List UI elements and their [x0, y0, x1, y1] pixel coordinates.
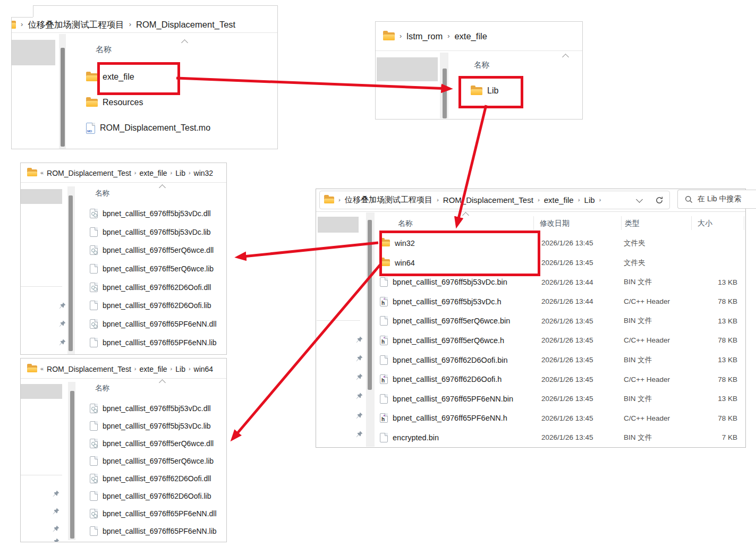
address-dropdown-button[interactable]	[634, 195, 644, 205]
file-name: bpnet_calllist_6976ff62D6Oofi.dll	[103, 283, 211, 292]
nav-pane-selected-item[interactable]	[318, 217, 359, 233]
breadcrumb-item[interactable]: exte_file	[454, 31, 487, 41]
file-name: bpnet_calllist_6976ff5bj53vDc.dll	[103, 209, 211, 218]
breadcrumb-item[interactable]: ROM_Displacement_Test	[47, 365, 131, 373]
breadcrumb-item[interactable]: Lib	[175, 169, 185, 177]
file-name: bpnet_calllist_6976ff65PF6eNN.dll	[103, 320, 217, 328]
sort-ascending-icon[interactable]	[159, 379, 166, 386]
column-header-name[interactable]: 名称	[95, 189, 109, 198]
explorer-window-lib-details: ›位移叠加场测试工程项目›ROM_Displacement_Test›exte_…	[316, 189, 746, 448]
breadcrumb-item[interactable]: exte_file	[139, 169, 167, 177]
file-date: 2026/1/26 13:45	[541, 317, 593, 325]
file-size: 13 KB	[693, 278, 737, 286]
search-box[interactable]: 在 Lib 中搜索	[677, 190, 756, 209]
breadcrumb-item[interactable]: 位移叠加场测试工程项目	[345, 195, 432, 205]
file-row[interactable]: bpnet_calllist_6976ff5bj53vDc.lib	[90, 223, 223, 241]
file-size: 78 KB	[693, 336, 737, 344]
nav-pane-divider	[317, 320, 360, 321]
search-icon	[685, 195, 693, 203]
breadcrumb-separator: ›	[129, 20, 131, 28]
file-name: bpnet_calllist_6976ff65PF6eNN.lib	[103, 527, 217, 535]
file-row[interactable]: bpnet_calllist_6976ff5erQ6wce.bin2026/1/…	[380, 311, 746, 331]
column-header-size[interactable]: 大小	[698, 219, 712, 228]
file-date: 2026/1/26 13:45	[541, 239, 593, 247]
folder-icon	[324, 196, 334, 204]
file-row[interactable]: MOROM_Displacement_Test.mo	[86, 115, 272, 141]
dll-file-icon	[90, 404, 98, 413]
file-row[interactable]: bpnet_calllist_6976ff5erQ6wce.dll	[90, 435, 223, 453]
breadcrumb-item[interactable]: ROM_Displacement_Test	[136, 20, 235, 30]
folder-icon	[27, 365, 37, 373]
file-row[interactable]: bpnet_calllist_6976ff62D6Oofi.lib	[90, 488, 223, 505]
column-header-type[interactable]: 类型	[625, 219, 640, 228]
column-header-name[interactable]: 名称	[474, 60, 489, 70]
file-row[interactable]: bpnet_calllist_6976ff62D6Oofi.lib	[90, 296, 223, 315]
nav-pane-selected-item[interactable]	[12, 40, 55, 65]
column-header-name[interactable]: 名称	[96, 45, 112, 55]
nav-pane-selected-item[interactable]	[377, 57, 438, 81]
pin-icon	[53, 507, 60, 514]
nav-pane-divider	[21, 475, 62, 475]
file-row[interactable]: bpnet_calllist_6976ff65PF6eNN.lib	[90, 523, 223, 540]
file-row[interactable]: bpnet_calllist_6976ff5erQ6wce.lib	[90, 260, 223, 278]
breadcrumb-item[interactable]: exte_file	[544, 195, 574, 204]
file-row[interactable]: bpnet_calllist_6976ff65PF6eNN.bin2026/1/…	[380, 389, 746, 408]
file-row[interactable]: hbpnet_calllist_6976ff62D6Oofi.h2026/1/2…	[380, 370, 746, 389]
scrollbar-thumb[interactable]	[443, 69, 447, 118]
file-type: BIN 文件	[624, 394, 652, 404]
sort-ascending-icon[interactable]	[562, 54, 569, 61]
refresh-button[interactable]	[655, 195, 664, 205]
lib-file-icon	[90, 301, 98, 310]
file-row[interactable]: hbpnet_calllist_6976ff65PF6eNN.h2026/1/2…	[380, 408, 746, 428]
breadcrumb-item[interactable]: ROM_Displacement_Test	[443, 195, 533, 204]
file-date: 2026/1/26 13:45	[541, 395, 593, 403]
file-size: 78 KB	[693, 414, 737, 422]
nav-pane-selected-item[interactable]	[21, 384, 62, 399]
breadcrumb-item[interactable]: Lib	[175, 365, 185, 373]
file-row[interactable]: hbpnet_calllist_6976ff5bj53vDc.h2026/1/2…	[380, 292, 746, 311]
column-header-name[interactable]: 名称	[398, 219, 413, 228]
file-row[interactable]: bpnet_calllist_6976ff62D6Oofi.bin2026/1/…	[380, 350, 746, 370]
annotation-box-exte-file	[97, 62, 180, 95]
file-row[interactable]: bpnet_calllist_6976ff65PF6eNN.lib	[90, 333, 223, 352]
column-header-date[interactable]: 修改日期	[540, 219, 570, 228]
file-name: bpnet_calllist_6976ff5erQ6wce.dll	[103, 246, 214, 254]
scrollbar-thumb[interactable]	[61, 48, 65, 147]
file-type: BIN 文件	[624, 277, 652, 287]
file-row[interactable]: hbpnet_calllist_6976ff5erQ6wce.h2026/1/2…	[380, 331, 746, 351]
scrollbar-thumb[interactable]	[70, 391, 74, 539]
breadcrumb-item[interactable]: 位移叠加场测试工程项目	[28, 19, 124, 31]
sort-ascending-icon[interactable]	[462, 212, 469, 219]
breadcrumb-item[interactable]: exte_file	[139, 365, 167, 373]
column-header-name[interactable]: 名称	[95, 383, 109, 393]
file-name: bpnet_calllist_6976ff5erQ6wce.dll	[103, 439, 214, 448]
file-date: 2026/1/26 13:45	[541, 336, 593, 344]
nav-pane-selected-item[interactable]	[21, 189, 62, 204]
file-row[interactable]: bpnet_calllist_6976ff5erQ6wce.lib	[90, 453, 223, 470]
file-row[interactable]: bpnet_calllist_6976ff62D6Oofi.dll	[90, 278, 223, 296]
file-row[interactable]: bpnet_calllist_6976ff5bj53vDc.dll	[90, 204, 223, 223]
scrollbar-thumb[interactable]	[69, 195, 73, 351]
folder-icon	[86, 98, 98, 107]
breadcrumb-item[interactable]: ROM_Displacement_Test	[47, 169, 131, 177]
file-date: 2026/1/26 13:45	[541, 356, 593, 364]
breadcrumb-item[interactable]: lstm_rom	[406, 31, 443, 41]
breadcrumb-item[interactable]: win32	[194, 169, 214, 177]
scrollbar-thumb[interactable]	[368, 220, 372, 390]
file-date: 2026/1/26 13:45	[541, 414, 593, 422]
address-bar[interactable]: ›位移叠加场测试工程项目›ROM_Displacement_Test›exte_…	[319, 191, 670, 209]
pin-icon	[356, 373, 363, 380]
sort-ascending-icon[interactable]	[159, 184, 166, 191]
file-row[interactable]: bpnet_calllist_6976ff62D6Oofi.dll	[90, 470, 223, 488]
lib-file-icon	[90, 491, 98, 501]
file-row[interactable]: encrypted.bin2026/1/26 13:45BIN 文件7 KB	[380, 428, 746, 448]
file-row[interactable]: bpnet_calllist_6976ff5bj53vDc.dll	[90, 400, 223, 417]
file-size: 78 KB	[693, 297, 737, 305]
folder-icon	[12, 20, 16, 29]
file-row[interactable]: bpnet_calllist_6976ff65PF6eNN.dll	[90, 505, 223, 523]
file-row[interactable]: bpnet_calllist_6976ff5erQ6wce.dll	[90, 241, 223, 260]
file-row[interactable]: bpnet_calllist_6976ff5bj53vDc.lib	[90, 417, 223, 435]
file-row[interactable]: bpnet_calllist_6976ff65PF6eNN.dll	[90, 315, 223, 334]
breadcrumb-item[interactable]: Lib	[584, 195, 595, 204]
breadcrumb-item[interactable]: win64	[194, 365, 214, 373]
